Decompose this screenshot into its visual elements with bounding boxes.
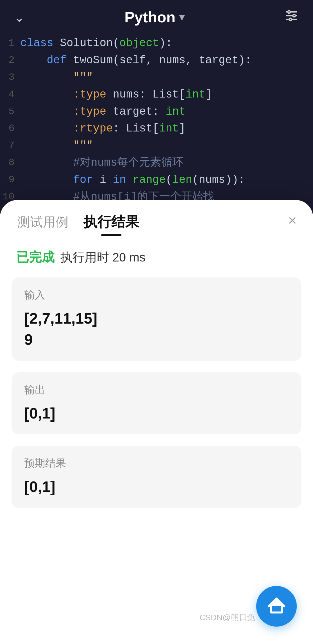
execution-time: 执行用时 20 ms — [60, 249, 145, 266]
expected-value: [0,1] — [24, 476, 289, 497]
fab-area — [256, 586, 297, 627]
language-label: Python — [124, 8, 175, 26]
input-card: 输入 [2,7,11,15] 9 — [12, 277, 301, 361]
bottom-sheet: 测试用例 执行结果 × 已完成 执行用时 20 ms 输入 [2,7,11,15… — [0, 200, 313, 644]
language-selector[interactable]: Python ▾ — [124, 8, 184, 26]
code-line: 5 :type target: int — [0, 103, 313, 120]
svg-point-4 — [293, 15, 295, 17]
dropdown-arrow-icon: ▾ — [179, 11, 184, 23]
output-value: [0,1] — [24, 403, 289, 424]
svg-point-5 — [289, 18, 292, 21]
back-chevron-icon[interactable]: ⌄ — [14, 10, 25, 25]
svg-point-3 — [288, 11, 290, 13]
code-line: 3 """ — [0, 69, 313, 86]
submit-icon — [267, 597, 286, 616]
code-line: 1 class Solution(object): — [0, 35, 313, 52]
input-label: 输入 — [24, 288, 289, 302]
code-line: 8 #对nums每个元素循环 — [0, 154, 313, 172]
input-value: [2,7,11,15] 9 — [24, 308, 289, 350]
filter-icon[interactable] — [284, 8, 299, 26]
code-line: 9 for i in range(len(nums)): — [0, 172, 313, 189]
status-row: 已完成 执行用时 20 ms — [0, 236, 313, 272]
input-value-line2: 9 — [24, 331, 33, 348]
submit-button[interactable] — [256, 586, 297, 627]
close-button[interactable]: × — [288, 213, 297, 228]
sheet-header: 测试用例 执行结果 × — [0, 200, 313, 236]
code-line: 6 :rtype: List[int] — [0, 120, 313, 137]
svg-marker-6 — [269, 598, 284, 606]
tab-test-cases[interactable]: 测试用例 — [17, 214, 68, 235]
expected-card: 预期结果 [0,1] — [12, 446, 301, 508]
code-editor: ⌄ Python ▾ 1 class Solution(object): 2 — [0, 0, 313, 215]
tab-execution-result[interactable]: 执行结果 — [83, 213, 139, 236]
code-line: 2 def twoSum(self, nums, target): — [0, 52, 313, 69]
top-bar: ⌄ Python ▾ — [0, 0, 313, 32]
code-line: 7 """ — [0, 137, 313, 154]
expected-label: 预期结果 — [24, 456, 289, 470]
input-value-line1: [2,7,11,15] — [24, 310, 97, 327]
status-badge: 已完成 — [16, 249, 54, 266]
code-line: 4 :type nums: List[int] — [0, 86, 313, 103]
output-card: 输出 [0,1] — [12, 372, 301, 434]
watermark: CSDN@熊日免 — [199, 612, 255, 623]
output-label: 输出 — [24, 383, 289, 397]
